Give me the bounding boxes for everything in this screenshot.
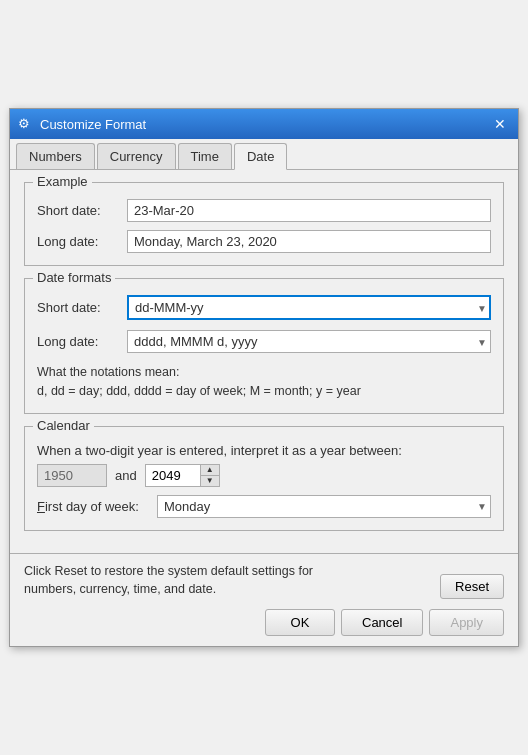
reset-row: Click Reset to restore the system defaul… (24, 562, 504, 600)
to-year-spinner: ▲ ▼ (145, 464, 220, 487)
tab-numbers[interactable]: Numbers (16, 143, 95, 169)
notation-area: What the notations mean: d, dd = day; dd… (37, 363, 491, 401)
ok-button[interactable]: OK (265, 609, 335, 636)
window-title: Customize Format (40, 117, 490, 132)
close-button[interactable]: ✕ (490, 114, 510, 134)
short-date-format-label: Short date: (37, 300, 127, 315)
main-window: ⚙ Customize Format ✕ Numbers Currency Ti… (9, 108, 519, 647)
title-bar: ⚙ Customize Format ✕ (10, 109, 518, 139)
long-date-select[interactable]: dddd, MMMM d, yyyyMMMM d, yyyydddd, d MM… (127, 330, 491, 353)
long-date-label: Long date: (37, 234, 127, 249)
notation-line2: d, dd = day; ddd, dddd = day of week; M … (37, 382, 491, 401)
year-inputs: and ▲ ▼ (37, 464, 491, 487)
long-date-format-row: Long date: dddd, MMMM d, yyyyMMMM d, yyy… (37, 330, 491, 353)
tabs-bar: Numbers Currency Time Date (10, 139, 518, 170)
spinner-buttons: ▲ ▼ (200, 464, 220, 487)
short-date-example[interactable] (127, 199, 491, 222)
first-day-label: First day of week: (37, 499, 157, 514)
long-date-example[interactable] (127, 230, 491, 253)
date-formats-section: Date formats Short date: dd-MMM-yyM/d/yy… (24, 278, 504, 414)
long-date-select-wrapper: dddd, MMMM d, yyyyMMMM d, yyyydddd, d MM… (127, 330, 491, 353)
short-date-format-row: Short date: dd-MMM-yyM/d/yyyyM/d/yyMM/dd… (37, 295, 491, 320)
content-area: Example Short date: Long date: Date form… (10, 170, 518, 553)
reset-note: Click Reset to restore the system defaul… (24, 562, 430, 600)
date-formats-section-label: Date formats (33, 270, 115, 285)
short-date-label: Short date: (37, 203, 127, 218)
bottom-bar: Click Reset to restore the system defaul… (10, 553, 518, 647)
tab-currency[interactable]: Currency (97, 143, 176, 169)
long-date-row: Long date: (37, 230, 491, 253)
first-day-row: First day of week: MondaySundaySaturday … (37, 495, 491, 518)
calendar-section: Calendar When a two-digit year is entere… (24, 426, 504, 531)
spinner-up-button[interactable]: ▲ (201, 465, 219, 476)
long-date-format-label: Long date: (37, 334, 127, 349)
window-icon: ⚙ (18, 116, 34, 132)
to-year-input[interactable] (145, 464, 200, 487)
example-section-label: Example (33, 174, 92, 189)
reset-button[interactable]: Reset (440, 574, 504, 599)
from-year-input (37, 464, 107, 487)
year-note: When a two-digit year is entered, interp… (37, 443, 491, 458)
spinner-down-button[interactable]: ▼ (201, 476, 219, 486)
first-day-select[interactable]: MondaySundaySaturday (157, 495, 491, 518)
and-text: and (115, 468, 137, 483)
tab-date[interactable]: Date (234, 143, 287, 170)
notation-line1: What the notations mean: (37, 363, 491, 382)
first-day-select-wrapper: MondaySundaySaturday ▼ (157, 495, 491, 518)
calendar-section-label: Calendar (33, 418, 94, 433)
short-date-select-wrapper: dd-MMM-yyM/d/yyyyM/d/yyMM/dd/yyMM/dd/yyy… (127, 295, 491, 320)
tab-time[interactable]: Time (178, 143, 232, 169)
apply-button[interactable]: Apply (429, 609, 504, 636)
short-date-row: Short date: (37, 199, 491, 222)
cancel-button[interactable]: Cancel (341, 609, 423, 636)
short-date-select[interactable]: dd-MMM-yyM/d/yyyyM/d/yyMM/dd/yyMM/dd/yyy… (127, 295, 491, 320)
action-buttons: OK Cancel Apply (24, 609, 504, 636)
example-section: Example Short date: Long date: (24, 182, 504, 266)
